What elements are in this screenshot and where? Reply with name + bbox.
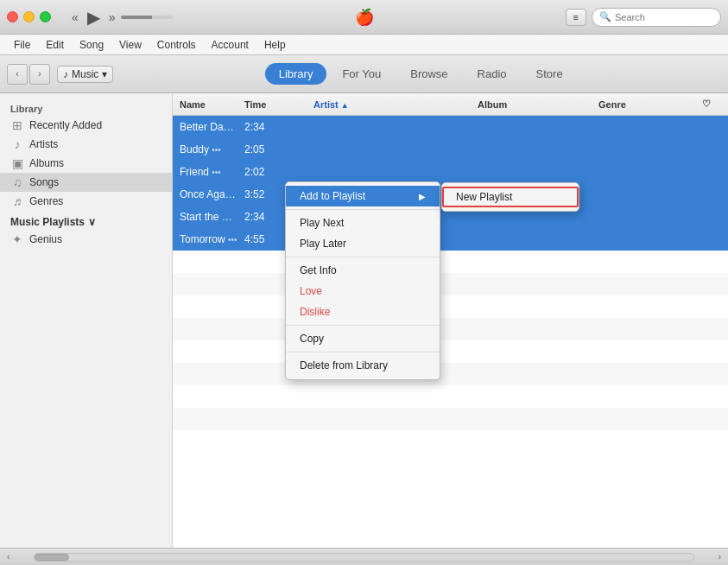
- nav-bar: ‹ › ♪ Music ▾ Library For You Browse Rad…: [0, 55, 728, 93]
- table-row: [173, 273, 728, 295]
- genres-icon: ♬: [10, 194, 24, 208]
- play-button[interactable]: ▶: [87, 7, 100, 28]
- source-dropdown[interactable]: ♪ Music ▾: [57, 66, 113, 83]
- delete-label: Delete from Library: [300, 359, 388, 371]
- nav-tabs: Library For You Browse Radio Store: [120, 63, 721, 85]
- ctx-add-to-playlist[interactable]: Add to Playlist ▶: [286, 186, 440, 206]
- love-label: Love: [300, 285, 322, 297]
- ctx-separator-4: [286, 352, 440, 352]
- transport-controls: « ▶ »: [72, 7, 116, 28]
- dropdown-arrow-icon: ▾: [102, 68, 107, 80]
- new-playlist-label: New Playlist: [456, 191, 512, 203]
- ctx-separator-1: [286, 209, 440, 210]
- table-row[interactable]: Better Days ••• 2:34: [173, 116, 728, 138]
- table-row: [173, 385, 728, 408]
- ctx-get-info[interactable]: Get Info: [286, 260, 440, 281]
- nav-arrows: ‹ ›: [7, 64, 50, 85]
- ctx-separator-2: [286, 257, 440, 257]
- scroll-thumb[interactable]: [35, 554, 69, 561]
- add-to-playlist-label: Add to Playlist: [300, 190, 365, 202]
- minimize-button[interactable]: [23, 11, 35, 22]
- close-button[interactable]: [7, 11, 18, 22]
- get-info-label: Get Info: [300, 264, 337, 276]
- genius-icon: ✦: [10, 232, 24, 246]
- row-time: 2:02: [241, 166, 310, 178]
- horizontal-scrollbar[interactable]: [34, 553, 693, 562]
- artists-icon: ♪: [10, 137, 24, 151]
- title-bar-right: ≡ 🔍: [566, 8, 721, 27]
- ctx-play-later[interactable]: Play Later: [286, 233, 440, 254]
- col-album: Album: [474, 99, 595, 110]
- ctx-delete[interactable]: Delete from Library: [286, 355, 440, 376]
- menu-account[interactable]: Account: [205, 37, 256, 53]
- title-bar: « ▶ » 🍎 ≡ 🔍: [0, 0, 728, 35]
- table-row: [173, 363, 728, 385]
- row-name: Buddy •••: [176, 143, 241, 156]
- col-time: Time: [241, 99, 310, 110]
- context-menu-container: Add to Playlist ▶ Play Next Play Later G…: [285, 181, 440, 380]
- table-header: Name Time Artist ▲ Album Genre ♡: [173, 93, 728, 116]
- scroll-left-button[interactable]: ‹: [7, 552, 9, 562]
- sidebar-item-genius[interactable]: ✦ Genius: [0, 230, 172, 249]
- traffic-lights: « ▶ »: [7, 7, 173, 28]
- table-row: [173, 251, 728, 273]
- sidebar-item-artists[interactable]: ♪ Artists: [0, 135, 172, 154]
- forward-button[interactable]: ›: [29, 64, 50, 85]
- ctx-dislike[interactable]: Dislike: [286, 302, 440, 322]
- artists-label: Artists: [29, 138, 58, 150]
- fastforward-button[interactable]: »: [109, 10, 116, 24]
- table-row: [173, 408, 728, 430]
- sidebar-item-recently-added[interactable]: ⊞ Recently Added: [0, 116, 172, 135]
- tab-store[interactable]: Store: [522, 63, 577, 85]
- source-label: Music: [72, 68, 98, 80]
- search-box[interactable]: 🔍: [592, 8, 721, 27]
- table-row[interactable]: Friend ••• 2:02: [173, 161, 728, 183]
- row-time: 2:05: [241, 143, 310, 156]
- tab-browse[interactable]: Browse: [396, 63, 461, 85]
- playlists-arrow-icon: ∨: [88, 216, 96, 228]
- menu-view[interactable]: View: [112, 37, 149, 53]
- apple-icon: 🍎: [355, 9, 374, 26]
- search-icon: 🔍: [599, 11, 611, 22]
- songs-icon: ♫: [10, 175, 24, 189]
- col-artist[interactable]: Artist ▲: [310, 99, 448, 110]
- tab-for-you[interactable]: For You: [328, 63, 395, 85]
- menu-help[interactable]: Help: [257, 37, 293, 53]
- tab-library[interactable]: Library: [265, 63, 327, 85]
- table-row[interactable]: Tomorrow ••• 4:55: [173, 228, 728, 251]
- playlists-label: Music Playlists: [10, 216, 85, 228]
- rewind-button[interactable]: «: [72, 10, 79, 24]
- volume-slider[interactable]: [121, 16, 173, 19]
- sidebar-item-songs[interactable]: ♫ Songs: [0, 173, 172, 192]
- scroll-right-button[interactable]: ›: [719, 552, 721, 562]
- tab-radio[interactable]: Radio: [464, 63, 521, 85]
- row-name: Start the Day •••: [176, 211, 241, 223]
- sidebar-item-genres[interactable]: ♬ Genres: [0, 192, 172, 211]
- library-section-label: Library: [0, 100, 172, 116]
- row-name: Once Again •••: [176, 188, 241, 200]
- status-bar: ‹ ›: [0, 548, 728, 565]
- ctx-love[interactable]: Love: [286, 281, 440, 302]
- table-row: [173, 295, 728, 318]
- playlists-group[interactable]: Music Playlists ∨: [0, 211, 172, 230]
- search-input[interactable]: [615, 12, 710, 22]
- sidebar-item-albums[interactable]: ▣ Albums: [0, 154, 172, 173]
- maximize-button[interactable]: [40, 11, 51, 22]
- list-view-button[interactable]: ≡: [566, 9, 586, 26]
- back-button[interactable]: ‹: [7, 64, 28, 85]
- context-menu: Add to Playlist ▶ Play Next Play Later G…: [285, 181, 440, 380]
- table-row[interactable]: Buddy ••• 2:05: [173, 138, 728, 161]
- ctx-separator-3: [286, 325, 440, 326]
- row-name: Tomorrow •••: [176, 233, 241, 245]
- ctx-play-next[interactable]: Play Next: [286, 213, 440, 233]
- menu-edit[interactable]: Edit: [39, 37, 71, 53]
- copy-label: Copy: [300, 333, 324, 345]
- menu-controls[interactable]: Controls: [150, 37, 203, 53]
- ctx-copy[interactable]: Copy: [286, 328, 440, 349]
- submenu-new-playlist[interactable]: New Playlist: [442, 187, 579, 207]
- submenu: New Playlist: [441, 182, 579, 212]
- sort-arrow-icon: ▲: [341, 101, 349, 110]
- menu-song[interactable]: Song: [73, 37, 111, 53]
- menu-file[interactable]: File: [7, 37, 37, 53]
- play-next-label: Play Next: [300, 217, 344, 229]
